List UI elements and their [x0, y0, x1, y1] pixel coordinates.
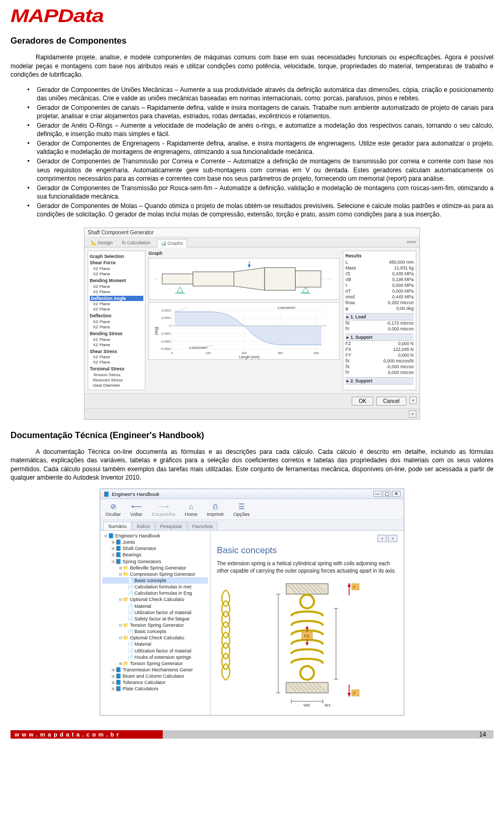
- tab-indice[interactable]: Índice: [132, 522, 154, 530]
- tab-favoritos[interactable]: Favoritos: [187, 522, 217, 530]
- handbook-tabs: Sumário Índice Pesquisar Favoritos: [100, 520, 404, 531]
- graph-selection-item[interactable]: Bending Stress: [90, 331, 143, 337]
- content-paragraph: The extension spring is a helical cylind…: [217, 560, 397, 574]
- tree-node[interactable]: ⊞Joints: [102, 539, 208, 545]
- tree-node[interactable]: ⊞Torsion Spring Generator: [102, 660, 208, 667]
- tree-node[interactable]: Calculation formulas in Eng: [102, 590, 208, 596]
- result-row: τ0,000 MPa: [345, 283, 414, 288]
- shaft-preview: [149, 258, 340, 300]
- tab-calculation[interactable]: fx Calculation: [119, 239, 154, 247]
- toolbar-mini-icon[interactable]: ▭▭: [407, 239, 416, 247]
- maximize-icon[interactable]: ▢: [383, 491, 391, 497]
- handbook-window: 📘 Engineer's Handbook — ▢ ✕ ⊘Ocultar ⟵Vo…: [100, 489, 404, 716]
- tree-node[interactable]: ⊟Compression Spring Generator: [102, 571, 208, 577]
- cancel-button[interactable]: Cancel: [376, 397, 406, 406]
- tree-node[interactable]: Material: [102, 641, 208, 647]
- handbook-icon: 📘: [103, 491, 110, 497]
- graph-selection-item[interactable]: Tension Stress: [90, 372, 143, 378]
- graph-selection-item[interactable]: Bending Moment: [90, 278, 143, 284]
- tree-node[interactable]: ⊞Transmission Mechanisms Gener: [102, 667, 208, 673]
- result-row: Mass11,631 kg: [345, 265, 414, 271]
- graph-selection-item[interactable]: XZ Plane: [90, 337, 143, 343]
- tree-node[interactable]: Hooks of extension springs: [102, 654, 208, 660]
- list-item: Gerador de Componentes de Transmissão po…: [27, 157, 494, 183]
- svg-line-35: [176, 307, 187, 312]
- collapse-icon[interactable]: «: [409, 410, 416, 418]
- graph-selection-item[interactable]: XZ Plane: [90, 289, 143, 295]
- tree-node[interactable]: Basic concepts: [102, 577, 208, 584]
- tree-node[interactable]: ⊞Bearings: [102, 552, 208, 558]
- tool-hide[interactable]: ⊘Ocultar: [106, 502, 121, 517]
- tree-node[interactable]: ⊞Plate Calculators: [102, 686, 208, 692]
- support-section[interactable]: ▸ 1. Support: [345, 334, 414, 341]
- result-row: fX0,000 micron/N: [345, 358, 414, 364]
- tab-pesquisar[interactable]: Pesquisar: [155, 522, 187, 530]
- tool-print[interactable]: ⎙Imprimir: [207, 502, 224, 517]
- tab-sumario[interactable]: Sumário: [103, 522, 131, 530]
- handbook-content: ‹ › Basic concepts The extension spring …: [211, 531, 404, 715]
- minimize-icon[interactable]: —: [373, 491, 382, 497]
- tree-node[interactable]: ⊟Spring Generators: [102, 558, 208, 565]
- graph-selection-item[interactable]: XZ Plane: [90, 319, 143, 325]
- tree-node[interactable]: Material: [102, 603, 208, 609]
- tree-node[interactable]: Safety factor at the fatigue: [102, 616, 208, 622]
- tree-node[interactable]: ⊞Shaft Generator: [102, 545, 208, 552]
- tool-forward[interactable]: ⟶Encaminha: [152, 502, 175, 517]
- tool-home[interactable]: ⌂Home: [185, 502, 197, 517]
- tool-back[interactable]: ⟵Voltar: [130, 502, 142, 517]
- tree-node[interactable]: Basic concepts: [102, 628, 208, 635]
- tree-node[interactable]: ⊟Optional Check Calculatio: [102, 635, 208, 641]
- svg-marker-70: [306, 626, 309, 629]
- graph-selection-item[interactable]: XZ Plane: [90, 272, 143, 277]
- svg-text:Length [mm]: Length [mm]: [239, 355, 259, 359]
- graph-selection-item[interactable]: Ideal Diameter: [90, 383, 143, 388]
- graph-selection-item[interactable]: Torsional Stress: [90, 366, 143, 372]
- tree-node[interactable]: Utilization factor of material: [102, 648, 208, 654]
- tab-design[interactable]: 📐 Design: [88, 239, 116, 247]
- graph-selection-item[interactable]: XZ Plane: [90, 266, 143, 272]
- support2-section[interactable]: ▸ 2. Support: [345, 377, 414, 385]
- graph-selection-item[interactable]: XZ Plane: [90, 302, 143, 307]
- list-item: Gerador de Componentes de Engrenagens - …: [27, 139, 494, 157]
- graph-selection-item[interactable]: XZ Plane: [90, 355, 143, 360]
- graph-selection-item[interactable]: XZ Plane: [90, 343, 143, 348]
- load-section[interactable]: ▸ 1. Load: [345, 313, 414, 320]
- graph-selection-item[interactable]: Shear Force: [90, 260, 143, 266]
- tab-graphs[interactable]: 📊 Graphs: [157, 239, 187, 247]
- deflection-plot: 0,0002 0,0001 0 -0,0001 -0,0002 -0,0003 …: [149, 302, 340, 360]
- result-row: L480,000 mm: [345, 260, 414, 265]
- tool-options[interactable]: ☰Opções: [234, 502, 250, 517]
- svg-text:0: 0: [171, 351, 173, 355]
- graph-selection-item[interactable]: Deflection: [90, 313, 143, 319]
- graph-selection-item[interactable]: Shear Stress: [90, 349, 143, 355]
- nav-prev-icon[interactable]: ‹: [377, 535, 387, 542]
- graph-selection-item[interactable]: XZ Plane: [90, 325, 143, 330]
- graph-selection-item[interactable]: Reduced Stress: [90, 378, 143, 383]
- tree-node[interactable]: ⊞Belleville Spring Generator: [102, 565, 208, 571]
- nav-next-icon[interactable]: ›: [388, 535, 397, 542]
- tree-node[interactable]: ⊟Tension Spring Generator: [102, 622, 208, 628]
- tree-node[interactable]: ⊞Beam and Column Calculator: [102, 673, 208, 679]
- section-title-handbook: Documentação Técnica (Engineer's Handboo…: [10, 430, 494, 440]
- expand-icon[interactable]: »: [410, 397, 417, 404]
- logo: MAPData: [10, 5, 494, 27]
- graph-selection-item[interactable]: XZ Plane: [90, 307, 143, 312]
- close-icon[interactable]: ✕: [392, 491, 401, 497]
- handbook-tree[interactable]: ⊟Engineer's Handbook⊞Joints⊞Shaft Genera…: [100, 531, 211, 715]
- ok-button[interactable]: OK: [352, 397, 373, 406]
- graph-selection-header: Graph Selection: [90, 254, 143, 260]
- tree-node[interactable]: ⊟Optional Check Calculatio: [102, 596, 208, 603]
- tree-node[interactable]: Calculation formulas in met: [102, 584, 208, 590]
- graph-selection-item[interactable]: XZ Plane: [90, 284, 143, 289]
- list-item: Gerador de Componentes de Uniões Mecânic…: [27, 86, 494, 103]
- svg-point-51: [300, 666, 314, 680]
- svg-marker-3: [234, 267, 265, 290]
- graph-selection-item[interactable]: XZ Plane: [90, 360, 143, 365]
- result-row: fX-0,000 micron: [345, 364, 414, 370]
- tree-node[interactable]: ⊟Engineer's Handbook: [102, 533, 208, 539]
- generators-list: Gerador de Componentes de Uniões Mecânic…: [10, 86, 494, 219]
- svg-rect-1: [162, 274, 193, 284]
- tree-node[interactable]: Utilization factor of material: [102, 609, 208, 616]
- graph-selection-item[interactable]: Deflection Angle: [90, 296, 143, 302]
- tree-node[interactable]: ⊞Tolerance Calculator: [102, 679, 208, 686]
